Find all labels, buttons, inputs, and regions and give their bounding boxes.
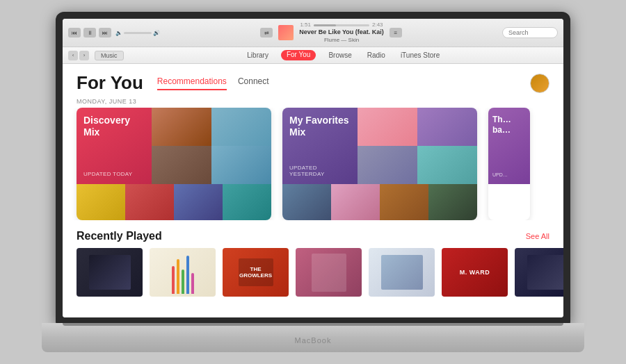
discovery-bottom-albums bbox=[77, 184, 271, 220]
shuffle-button[interactable]: ⇄ bbox=[260, 28, 273, 38]
bottom-art-2 bbox=[125, 184, 174, 220]
fav-bottom-4 bbox=[428, 184, 477, 220]
tab-for-you[interactable]: For You bbox=[281, 50, 316, 60]
now-playing-thumb bbox=[278, 25, 294, 40]
bottom-art-4 bbox=[223, 184, 271, 220]
fav-bottom-3 bbox=[380, 184, 428, 220]
page-title: For You bbox=[77, 72, 143, 94]
screen-bezel: ⏮ ⏸ ⏭ 🔈 🔊 ⇄ 1:51 bbox=[56, 12, 570, 324]
macbook-label: MacBook bbox=[295, 336, 332, 345]
breadcrumb[interactable]: Music bbox=[95, 51, 124, 60]
forward-arrow[interactable]: › bbox=[79, 51, 89, 60]
date-label: Monday, June 13 bbox=[63, 94, 563, 108]
tab-browse[interactable]: Browse bbox=[326, 50, 354, 60]
recent-album-2[interactable] bbox=[150, 248, 216, 297]
discovery-mix-label: Discovery Mix Updated Today bbox=[77, 108, 152, 184]
tab-connect[interactable]: Connect bbox=[238, 76, 269, 90]
recently-played-header: Recently Played See All bbox=[63, 220, 563, 248]
discovery-mix-top: Discovery Mix Updated Today bbox=[77, 108, 271, 184]
recently-played-row: THE GROWLERS bbox=[63, 248, 563, 297]
for-you-header: For You Recommendations Connect bbox=[63, 64, 563, 94]
partial-mix-updated: UPD… bbox=[492, 172, 526, 177]
back-arrow[interactable]: ‹ bbox=[68, 51, 78, 60]
tab-recommendations[interactable]: Recommendations bbox=[157, 76, 227, 90]
favorites-mix-top: My Favorites Mix Updated Yesterday bbox=[282, 108, 477, 184]
nav-bar: ‹ › Music Library For You Browse Radio i… bbox=[63, 47, 563, 64]
see-all-link[interactable]: See All bbox=[526, 232, 549, 240]
toolbar-right bbox=[502, 27, 558, 38]
fav-art-2 bbox=[417, 108, 477, 146]
favorites-mix-label: My Favorites Mix Updated Yesterday bbox=[282, 108, 358, 184]
recent-album-3[interactable]: THE GROWLERS bbox=[223, 248, 289, 297]
album-art-1 bbox=[152, 108, 211, 146]
now-playing-center: ⇄ 1:51 2:43 Never Be Like You (feat. Kai… bbox=[164, 22, 498, 44]
discovery-top-albums bbox=[152, 108, 271, 184]
header-row: For You Recommendations Connect bbox=[77, 72, 269, 94]
album-art-2 bbox=[211, 108, 271, 146]
fav-art-4 bbox=[417, 146, 477, 184]
album-art-3 bbox=[152, 146, 211, 184]
search-input[interactable] bbox=[502, 27, 558, 38]
bottom-art-1 bbox=[77, 184, 125, 220]
partial-mix-title: Th…ba… bbox=[492, 115, 526, 135]
fav-bottom-2 bbox=[331, 184, 380, 220]
laptop-frame: ⏮ ⏸ ⏭ 🔈 🔊 ⇄ 1:51 bbox=[42, 12, 584, 352]
partial-mix-card[interactable]: Th…ba… UPD… bbox=[488, 108, 530, 220]
for-you-tabs: Recommendations Connect bbox=[157, 76, 269, 90]
volume-icon: 🔈 bbox=[115, 30, 122, 36]
fast-forward-button[interactable]: ⏭ bbox=[99, 28, 111, 38]
playback-controls: ⏮ ⏸ ⏭ bbox=[68, 28, 111, 38]
discovery-mix-updated: Updated Today bbox=[83, 171, 145, 177]
fav-art-1 bbox=[358, 108, 417, 146]
favorites-mix-card[interactable]: My Favorites Mix Updated Yesterday bbox=[282, 108, 477, 220]
nav-arrows: ‹ › bbox=[68, 51, 89, 60]
itunes-toolbar: ⏮ ⏸ ⏭ 🔈 🔊 ⇄ 1:51 bbox=[63, 19, 563, 47]
screen: ⏮ ⏸ ⏭ 🔈 🔊 ⇄ 1:51 bbox=[63, 19, 563, 317]
list-button[interactable]: ≡ bbox=[390, 28, 402, 38]
rewind-button[interactable]: ⏮ bbox=[68, 28, 81, 38]
nav-tabs: Library For You Browse Radio iTunes Stor… bbox=[129, 50, 558, 60]
favorites-mix-updated: Updated Yesterday bbox=[289, 165, 351, 177]
volume-max-icon: 🔊 bbox=[153, 30, 160, 36]
discovery-mix-card[interactable]: Discovery Mix Updated Today bbox=[77, 108, 271, 220]
laptop-base: MacBook bbox=[42, 323, 584, 352]
progress-fill bbox=[314, 24, 336, 26]
favorites-mix-title: My Favorites Mix bbox=[289, 115, 351, 138]
bottom-art-3 bbox=[174, 184, 223, 220]
progress-bar[interactable] bbox=[314, 24, 369, 26]
user-avatar[interactable] bbox=[530, 74, 549, 93]
album-art-4 bbox=[211, 146, 271, 184]
volume-bar[interactable] bbox=[124, 32, 152, 34]
partial-mix-label: Th…ba… UPD… bbox=[488, 108, 530, 184]
favorites-top-albums bbox=[358, 108, 477, 184]
recent-album-6[interactable]: M. WARD bbox=[442, 248, 508, 297]
tab-itunes-store[interactable]: iTunes Store bbox=[398, 50, 442, 60]
tab-radio[interactable]: Radio bbox=[364, 50, 388, 60]
time-remaining: 2:43 bbox=[372, 22, 383, 28]
recent-album-5[interactable] bbox=[369, 248, 435, 297]
mixes-scroll-area: Discovery Mix Updated Today bbox=[63, 108, 563, 220]
fav-art-3 bbox=[358, 146, 417, 184]
main-content: For You Recommendations Connect Monday, … bbox=[63, 64, 563, 317]
now-playing-title: Never Be Like You (feat. Kai) bbox=[299, 28, 384, 37]
now-playing-info: 1:51 2:43 Never Be Like You (feat. Kai) … bbox=[299, 22, 384, 44]
now-playing-artist: Flume — Skin bbox=[324, 37, 359, 44]
fav-bottom-1 bbox=[282, 184, 331, 220]
tab-library[interactable]: Library bbox=[244, 50, 271, 60]
recent-album-4[interactable] bbox=[296, 248, 362, 297]
volume-control: 🔈 🔊 bbox=[115, 30, 160, 36]
recent-album-7[interactable] bbox=[515, 248, 563, 297]
album-lines bbox=[172, 267, 194, 295]
time-elapsed: 1:51 bbox=[300, 22, 311, 28]
play-pause-button[interactable]: ⏸ bbox=[83, 28, 96, 38]
progress-container: 1:51 2:43 bbox=[300, 22, 383, 28]
recent-album-1[interactable] bbox=[77, 248, 143, 297]
discovery-mix-title: Discovery Mix bbox=[83, 115, 145, 138]
recently-played-title: Recently Played bbox=[77, 230, 162, 242]
favorites-bottom-albums bbox=[282, 184, 477, 220]
